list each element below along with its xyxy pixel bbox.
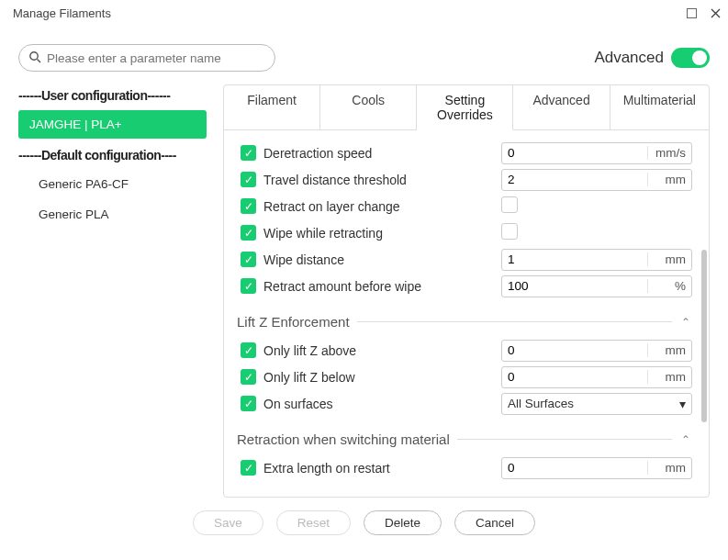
override-check-icon[interactable]: ✓ bbox=[241, 198, 256, 214]
sidebar-item-default-1[interactable]: Generic PLA bbox=[28, 200, 207, 229]
deretraction-speed-input[interactable] bbox=[502, 146, 647, 160]
unit: mm bbox=[647, 370, 691, 384]
setting-row: ✓ Wipe distance mm bbox=[241, 246, 692, 273]
sidebar-item-default-0[interactable]: Generic PA6-CF bbox=[28, 170, 207, 198]
sidebar-default-header: ------Default configuration---- bbox=[18, 144, 207, 170]
setting-label: Wipe distance bbox=[263, 252, 494, 267]
divider bbox=[457, 439, 672, 440]
unit: mm/s bbox=[647, 146, 691, 160]
tab-advanced[interactable]: Advanced bbox=[513, 85, 610, 130]
tabs: Filament Cools Setting Overrides Advance… bbox=[224, 85, 709, 130]
setting-label: Only lift Z below bbox=[263, 370, 494, 385]
liftz-above-field[interactable]: mm bbox=[501, 340, 692, 362]
setting-row: ✓ Retract on layer change bbox=[241, 193, 692, 219]
reset-button[interactable]: Reset bbox=[276, 510, 351, 535]
dropdown-value: All Surfaces bbox=[508, 397, 574, 410]
on-surfaces-dropdown[interactable]: All Surfaces ▾ bbox=[501, 393, 692, 415]
liftz-above-input[interactable] bbox=[502, 343, 647, 357]
retract-before-wipe-field[interactable]: % bbox=[501, 275, 692, 297]
override-check-icon[interactable]: ✓ bbox=[241, 396, 256, 411]
retraction-switch-section-header[interactable]: Retraction when switching material ⌃ bbox=[241, 431, 692, 447]
unit: mm bbox=[647, 173, 691, 186]
liftz-below-input[interactable] bbox=[502, 370, 647, 384]
wipe-distance-field[interactable]: mm bbox=[501, 249, 692, 271]
footer: Save Reset Delete Cancel bbox=[0, 498, 728, 548]
unit: mm bbox=[647, 252, 691, 266]
chevron-up-icon: ⌃ bbox=[679, 316, 692, 329]
sidebar-user-header: ------User configuration------ bbox=[18, 84, 207, 110]
extra-length-restart-field[interactable]: mm bbox=[501, 457, 692, 479]
override-check-icon[interactable]: ✓ bbox=[241, 172, 256, 187]
tab-setting-overrides[interactable]: Setting Overrides bbox=[417, 85, 513, 130]
retraction-switch-row: ✓ Extra length on restart mm bbox=[241, 454, 692, 481]
unit: mm bbox=[647, 461, 691, 475]
unit: mm bbox=[647, 343, 691, 357]
setting-label: Only lift Z above bbox=[263, 343, 494, 358]
travel-distance-input[interactable] bbox=[502, 173, 647, 186]
setting-label: Retract on layer change bbox=[263, 199, 494, 214]
retract-layer-change-checkbox[interactable] bbox=[501, 196, 518, 213]
override-check-icon[interactable]: ✓ bbox=[241, 460, 256, 476]
chevron-down-icon: ▾ bbox=[679, 397, 686, 411]
content-panel: Filament Cools Setting Overrides Advance… bbox=[223, 84, 710, 498]
scrollbar-thumb[interactable] bbox=[701, 250, 707, 422]
chevron-up-icon: ⌃ bbox=[679, 433, 692, 446]
setting-row: ✓ Wipe while retracting bbox=[241, 219, 692, 246]
advanced-toggle[interactable] bbox=[671, 48, 710, 68]
liftz-section-header[interactable]: Lift Z Enforcement ⌃ bbox=[241, 314, 692, 330]
override-check-icon[interactable]: ✓ bbox=[241, 278, 256, 294]
override-check-icon[interactable]: ✓ bbox=[241, 369, 256, 385]
wipe-distance-input[interactable] bbox=[502, 252, 647, 266]
setting-row: ✓ Deretraction speed mm/s bbox=[241, 140, 692, 166]
setting-label: Deretraction speed bbox=[263, 146, 494, 161]
sidebar-item-user-0[interactable]: JAMGHE | PLA+ bbox=[18, 110, 207, 139]
setting-label: On surfaces bbox=[263, 397, 494, 411]
unit: % bbox=[647, 279, 691, 293]
tab-cools[interactable]: Cools bbox=[320, 85, 417, 130]
override-check-icon[interactable]: ✓ bbox=[241, 252, 256, 267]
setting-label: Extra length on restart bbox=[263, 461, 494, 476]
titlebar: Manage Filaments bbox=[0, 0, 728, 26]
window-title: Manage Filaments bbox=[13, 6, 111, 20]
retraction-switch-title: Retraction when switching material bbox=[237, 431, 450, 447]
extra-length-restart-input[interactable] bbox=[502, 461, 647, 475]
tab-filament[interactable]: Filament bbox=[224, 85, 320, 130]
close-icon[interactable] bbox=[710, 7, 721, 18]
sidebar: ------User configuration------ JAMGHE | … bbox=[18, 84, 207, 498]
setting-label: Wipe while retracting bbox=[263, 226, 494, 241]
setting-row: ✓ Travel distance threshold mm bbox=[241, 166, 692, 193]
svg-rect-0 bbox=[687, 8, 696, 17]
deretraction-speed-field[interactable]: mm/s bbox=[501, 142, 692, 164]
liftz-row: ✓ Only lift Z below mm bbox=[241, 364, 692, 390]
save-button[interactable]: Save bbox=[193, 510, 263, 535]
search-input-wrap[interactable] bbox=[18, 44, 275, 72]
override-check-icon[interactable]: ✓ bbox=[241, 145, 256, 161]
advanced-label: Advanced bbox=[594, 49, 664, 67]
liftz-below-field[interactable]: mm bbox=[501, 366, 692, 388]
tab-multimaterial[interactable]: Multimaterial bbox=[610, 85, 709, 130]
setting-row: ✓ Retract amount before wipe % bbox=[241, 273, 692, 299]
divider bbox=[357, 321, 672, 322]
svg-point-1 bbox=[30, 51, 38, 59]
maximize-icon[interactable] bbox=[686, 7, 697, 18]
travel-distance-field[interactable]: mm bbox=[501, 169, 692, 191]
wipe-while-retracting-checkbox[interactable] bbox=[501, 223, 518, 240]
delete-button[interactable]: Delete bbox=[364, 510, 442, 535]
setting-label: Retract amount before wipe bbox=[263, 279, 494, 294]
search-icon bbox=[28, 50, 41, 66]
scroll-area[interactable]: ✓ Deretraction speed mm/s ✓ Travel dista… bbox=[224, 130, 709, 497]
search-input[interactable] bbox=[47, 51, 265, 65]
setting-label: Travel distance threshold bbox=[263, 173, 494, 187]
cancel-button[interactable]: Cancel bbox=[454, 510, 535, 535]
override-check-icon[interactable]: ✓ bbox=[241, 225, 256, 241]
liftz-row: ✓ On surfaces All Surfaces ▾ bbox=[241, 390, 692, 417]
override-check-icon[interactable]: ✓ bbox=[241, 342, 256, 358]
liftz-row: ✓ Only lift Z above mm bbox=[241, 337, 692, 364]
retract-before-wipe-input[interactable] bbox=[502, 279, 647, 293]
liftz-title: Lift Z Enforcement bbox=[237, 314, 350, 330]
